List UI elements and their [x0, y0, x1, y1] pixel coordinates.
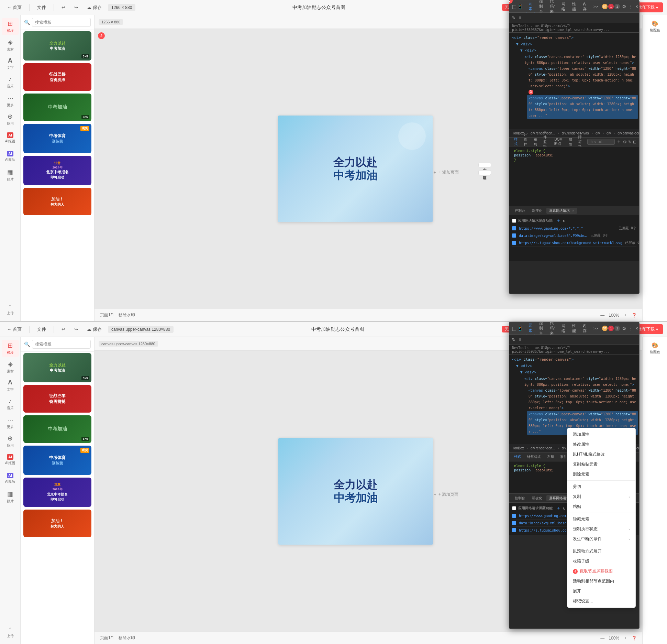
sidebar-item-music[interactable]: ♪ 音乐 [2, 74, 19, 91]
list-item[interactable]: 征战巴黎 奋勇拼搏 [23, 63, 91, 91]
devtools-html-tree-1[interactable]: <div class="render-canvas"> ▼ <div> ▼ <d… [509, 33, 639, 129]
url-checkbox-3[interactable] [512, 241, 516, 245]
url-checkbox-2[interactable] [512, 233, 516, 238]
context-menu-mark-settings[interactable]: 标记设置… [567, 596, 635, 606]
list-item[interactable]: 征战巴黎奋勇拼搏 [23, 385, 91, 413]
template-search-input-2[interactable] [32, 340, 91, 349]
list-item[interactable]: 全力以赴中考加油 3×5 [23, 353, 91, 382]
sidebar-item-template[interactable]: ⊞ 模板 [2, 18, 19, 35]
help-icon-2[interactable]: ❓ [632, 636, 637, 641]
bc-render-con-2[interactable]: div.render-con... [529, 446, 557, 450]
list-item[interactable]: 加油！ 努力的人 [23, 188, 91, 215]
refresh-url-btn-2[interactable]: ↻ [563, 506, 565, 511]
url-checkbox-1[interactable] [512, 226, 516, 230]
context-menu-edit-html[interactable]: 以HTML格式修改 [567, 449, 635, 459]
sidebar-item-more[interactable]: ⋯ 更多 [2, 92, 19, 109]
context-menu-edit-attr[interactable]: 修改属性 [567, 439, 635, 449]
slide-watermark[interactable]: 移除水印 [119, 313, 135, 317]
context-menu-copy[interactable]: 复制 › [567, 492, 635, 502]
sidebar-item-app-2[interactable]: ⊕ 应用 [2, 433, 19, 450]
list-item[interactable]: 中考加油 3×5 [23, 415, 91, 443]
file-button-2[interactable]: 文件 [34, 325, 49, 334]
network-tab-console[interactable]: 控制台 [512, 208, 528, 214]
context-menu-expand[interactable]: 展开 [567, 586, 635, 596]
network-tab-changes-2[interactable]: 新变化 [529, 495, 545, 501]
sidebar-item-photo[interactable]: ▦ 照片 [2, 166, 19, 184]
redo-button-2[interactable]: ↪ [71, 325, 81, 333]
sidebar-item-photo-2[interactable]: ▦ 照片 [2, 488, 19, 505]
list-item[interactable]: 注意 2024年 北京中考报名 即将启动 [23, 156, 91, 185]
network-tab-changes[interactable]: 新变化 [529, 208, 545, 214]
url-checkbox-2c[interactable] [512, 528, 516, 532]
list-item[interactable]: 全力以赴 中考加油 3×5 [23, 31, 91, 61]
sidebar-item-ai-magic-2[interactable]: AI AI魔法 [2, 470, 19, 487]
home-button[interactable]: ← 首页 [4, 3, 24, 12]
network-tab-screen[interactable]: 屏幕网络请求 × [546, 208, 577, 214]
styles-tab-layout[interactable]: 布局 [532, 137, 539, 148]
enable-blocking-checkbox-2[interactable] [512, 506, 516, 510]
add-page-button[interactable]: ＋ + 添加页面 [433, 170, 459, 175]
minus-zoom-btn-2[interactable]: — [600, 636, 604, 641]
bc-canvas-container[interactable]: div.canvas-container [616, 131, 639, 135]
list-item[interactable]: 加油！努力的人 [23, 510, 91, 537]
bc-render-canvas[interactable]: div.render-canvas [560, 131, 590, 135]
redo-button[interactable]: ↪ [71, 3, 81, 11]
enable-blocking-checkbox[interactable] [512, 219, 516, 223]
bc-ionbox-2[interactable]: ionBox [512, 446, 525, 450]
styles-tab-dom[interactable]: DOM断点 [552, 137, 564, 147]
bc-div[interactable]: div [594, 131, 601, 135]
refresh-url-btn[interactable]: ↻ [563, 218, 565, 223]
color-scheme-button[interactable]: 🎨 格配色 [645, 18, 665, 35]
context-menu-break-condition[interactable]: 发生中断的条件 › [567, 534, 635, 544]
slide-watermark-2[interactable]: 移除水印 [119, 635, 135, 640]
context-menu-hide[interactable]: 隐藏元素 [567, 514, 635, 524]
plus-zoom-btn-2[interactable]: ＋ [623, 635, 627, 641]
pause-icon-2[interactable]: ⏸ [518, 337, 522, 342]
url-checkbox-2b[interactable] [512, 521, 516, 525]
context-menu-delete[interactable]: 删除元素 [567, 469, 635, 479]
fit-screen-btn[interactable]: 适应屏幕 [478, 170, 491, 175]
pause-icon[interactable]: ⏸ [518, 15, 522, 20]
context-menu-capture-screenshot[interactable]: 4 截取节点屏幕截图 [567, 566, 635, 576]
adapt-screen-btn[interactable]: 实营大小 [478, 163, 491, 167]
url-checkbox-2a[interactable] [512, 514, 516, 518]
styles-tab-styles-2[interactable]: 样式 [512, 454, 523, 460]
filter-settings-icon[interactable]: ⚙ [623, 140, 627, 144]
context-menu-cut[interactable]: 剪切 [567, 482, 635, 492]
sidebar-item-text[interactable]: A 文字 [2, 55, 19, 72]
context-menu-force-state[interactable]: 强制执行状态 › [567, 524, 635, 534]
home-button-2[interactable]: ← 首页 [4, 325, 24, 334]
add-page-button-2[interactable]: ＋ + 添加页面 [433, 492, 458, 498]
upload-button-2[interactable]: ↑ 上传 [2, 623, 19, 644]
styles-filter-input[interactable] [587, 139, 615, 145]
sidebar-item-ai-cutout[interactable]: AI AI抠图 [2, 129, 19, 146]
context-menu-add-attr[interactable]: 添加属性 [567, 429, 635, 439]
context-menu-expand-scroll[interactable]: 以滚动方式展开 [567, 546, 635, 556]
upload-button[interactable]: ↑ 上传 [2, 301, 19, 321]
context-menu-paste[interactable]: 粘贴 [567, 502, 635, 512]
refresh-icon[interactable]: ↻ [512, 15, 515, 20]
canvas-main[interactable]: 全力以赴 中考加油 [278, 116, 433, 222]
styles-tab-layout-2[interactable]: 布局 [545, 454, 556, 460]
undo-button-2[interactable]: ↩ [59, 325, 68, 333]
close-tab-icon[interactable]: × [572, 209, 574, 212]
help-icon[interactable]: ❓ [632, 313, 637, 318]
minus-zoom-btn[interactable]: — [600, 313, 604, 318]
list-item[interactable]: 中考加油 3×5 [23, 94, 91, 121]
sidebar-item-material-2[interactable]: ◈ 素材 [2, 358, 19, 375]
styles-tab-props[interactable]: 属性 [567, 137, 574, 148]
add-url-btn-2[interactable]: ＋ [556, 505, 561, 511]
sidebar-item-app[interactable]: ⊕ 应用 [2, 111, 19, 128]
bc-div2[interactable]: div [605, 131, 612, 135]
undo-button[interactable]: ↩ [59, 3, 68, 11]
save-button[interactable]: ☁ 保存 [84, 3, 104, 12]
refresh-icon-2[interactable]: ↻ [512, 337, 515, 342]
file-button[interactable]: 文件 [34, 3, 49, 12]
sidebar-item-ai-cutout-2[interactable]: AI AI抠图 [2, 451, 19, 468]
list-item[interactable]: 中考体育 训练营 现货 [23, 124, 91, 153]
filter-copy-icon[interactable]: ⊡ [633, 140, 636, 144]
sidebar-item-text-2[interactable]: A 文字 [2, 377, 19, 394]
canvas-main-2[interactable]: 全力以赴 中考加油 [278, 438, 433, 545]
styles-tab-computed-2[interactable]: 计算样式 [525, 454, 543, 460]
save-button-2[interactable]: ☁ 保存 [84, 325, 104, 334]
